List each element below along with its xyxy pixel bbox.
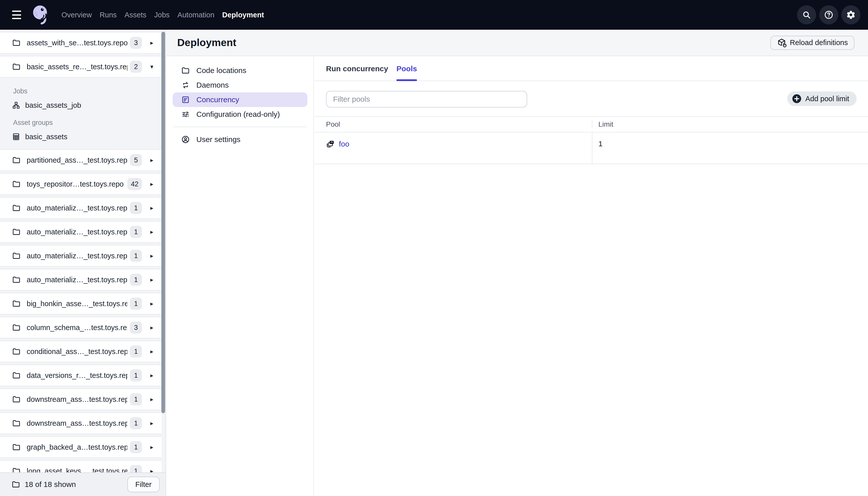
chevron-icon[interactable]: ▸ — [142, 324, 162, 331]
folder-icon — [12, 251, 21, 260]
add-pool-limit-label: Add pool limit — [805, 95, 849, 103]
chevron-icon[interactable]: ▸ — [142, 252, 162, 259]
code-location-row[interactable]: auto_materializ…_test.toys.repo 1 ▸ — [0, 245, 162, 267]
folder-icon — [181, 66, 190, 75]
subnav-item-daemons[interactable]: Daemons — [173, 78, 307, 92]
chevron-icon[interactable]: ▸ — [142, 372, 162, 379]
search-icon — [802, 10, 811, 19]
nav-assets[interactable]: Assets — [125, 11, 146, 19]
pools-toolbar: Add pool limit — [314, 81, 868, 116]
code-location-row[interactable]: big_honkin_asse…_test.toys.rep 1 ▸ — [0, 293, 162, 314]
code-location-row[interactable]: data_versions_r…_test.toys.rep 1 ▸ — [0, 365, 162, 386]
nav-deployment[interactable]: Deployment — [222, 11, 264, 19]
subnav-label: Code locations — [196, 66, 246, 75]
search-button[interactable] — [797, 5, 816, 25]
count-badge: 1 — [130, 345, 142, 358]
code-location-label: partitioned_ass…_test.toys.rep — [27, 156, 127, 165]
reload-cube-icon — [777, 38, 786, 48]
column-header-pool: Pool — [314, 120, 592, 128]
dagster-logo-icon[interactable] — [30, 4, 50, 26]
asset-group-name: basic_assets — [25, 133, 67, 141]
sidebar-item-asset-group[interactable]: basic_assets — [12, 130, 165, 143]
primary-nav: Overview Runs Assets Jobs Automation Dep… — [61, 11, 264, 19]
code-location-row[interactable]: toys_repositor…test.toys.repo 42 ▸ — [0, 173, 162, 195]
chevron-icon[interactable]: ▸ — [142, 276, 162, 283]
subnav-item-configuration[interactable]: Configuration (read-only) — [173, 107, 307, 122]
page-header: Deployment Reload definitions — [167, 30, 868, 56]
code-location-label: data_versions_r…_test.toys.rep — [27, 371, 127, 380]
sidebar-item-job[interactable]: basic_assets_job — [12, 99, 165, 112]
code-location-row[interactable]: graph_backed_a…test.toys.repo 1 ▸ — [0, 436, 162, 458]
shown-summary: 18 of 18 shown — [12, 480, 76, 489]
count-badge: 1 — [130, 369, 142, 382]
code-location-row[interactable]: assets_with_se…test.toys.repo 3 ▸ — [0, 32, 162, 53]
add-pool-limit-button[interactable]: Add pool limit — [787, 91, 857, 106]
job-name: basic_assets_job — [25, 101, 81, 110]
tab-run-concurrency[interactable]: Run concurrency — [326, 57, 388, 81]
code-location-row[interactable]: partitioned_ass…_test.toys.rep 5 ▸ — [0, 149, 162, 171]
chevron-icon[interactable]: ▸ — [142, 444, 162, 451]
code-location-row[interactable]: downstream_ass…test.toys.rep 1 ▸ — [0, 413, 162, 434]
code-location-label: downstream_ass…test.toys.rep — [27, 395, 127, 404]
swap-icon — [181, 81, 190, 89]
pool-limit-value: 1 — [592, 133, 868, 164]
sidebar-scrollbar[interactable] — [161, 32, 165, 413]
code-location-row[interactable]: auto_materializ…_test.toys.repo 1 ▸ — [0, 269, 162, 291]
code-location-row[interactable]: basic_assets_re…_test.toys.rep 2 ▾ — [0, 56, 162, 78]
chevron-icon[interactable]: ▸ — [142, 396, 162, 403]
asset-groups-section-label: Asset groups — [13, 119, 165, 127]
chevron-icon[interactable]: ▾ — [142, 63, 162, 70]
chevron-icon[interactable]: ▸ — [142, 39, 162, 46]
pool-link-foo[interactable]: foo — [326, 139, 349, 149]
folder-icon — [12, 371, 21, 380]
pool-name: foo — [339, 140, 349, 148]
subnav-label: User settings — [196, 135, 240, 144]
folder-icon — [12, 347, 21, 356]
subnav-item-user-settings[interactable]: User settings — [173, 132, 307, 147]
chevron-icon[interactable]: ▸ — [142, 204, 162, 212]
subnav-divider — [173, 127, 307, 127]
nav-runs[interactable]: Runs — [100, 11, 117, 19]
code-location-label: assets_with_se…test.toys.repo — [27, 39, 127, 47]
pool-icon — [326, 139, 335, 149]
filter-pools-input[interactable] — [326, 91, 527, 108]
folder-icon — [12, 299, 21, 308]
folder-icon — [12, 419, 21, 428]
page-title: Deployment — [177, 37, 236, 49]
code-location-label: conditional_ass…_test.toys.repo — [27, 347, 127, 356]
code-location-row[interactable]: auto_materializ…_test.toys.repo 1 ▸ — [0, 221, 162, 243]
folder-icon — [12, 276, 21, 284]
nav-jobs[interactable]: Jobs — [154, 11, 170, 19]
chevron-icon[interactable]: ▸ — [142, 420, 162, 427]
chevron-icon[interactable]: ▸ — [142, 348, 162, 355]
subnav-item-code-locations[interactable]: Code locations — [173, 63, 307, 78]
chevron-icon[interactable]: ▸ — [142, 181, 162, 188]
gear-icon — [846, 10, 856, 20]
chevron-icon[interactable]: ▸ — [142, 228, 162, 235]
settings-button[interactable] — [841, 5, 861, 25]
count-badge: 1 — [130, 393, 142, 405]
code-location-row[interactable]: conditional_ass…_test.toys.repo 1 ▸ — [0, 341, 162, 362]
code-location-row[interactable]: downstream_ass…test.toys.rep 1 ▸ — [0, 388, 162, 410]
reload-definitions-button[interactable]: Reload definitions — [770, 36, 854, 50]
sidebar-filter-button[interactable]: Filter — [127, 477, 160, 492]
nav-overview[interactable]: Overview — [61, 11, 92, 19]
pools-table-header: Pool Limit — [314, 117, 868, 133]
code-location-row[interactable]: column_schema_…test.toys.rep 3 ▸ — [0, 317, 162, 338]
code-location-row[interactable]: auto_materializ…_test.toys.repo 1 ▸ — [0, 197, 162, 219]
subnav-item-concurrency[interactable]: Concurrency — [173, 92, 307, 107]
sidebar-footer: 18 of 18 shown Filter — [0, 472, 165, 496]
chevron-icon[interactable]: ▸ — [142, 300, 162, 307]
count-badge: 42 — [127, 178, 142, 190]
chevron-icon[interactable]: ▸ — [142, 157, 162, 164]
code-location-label: column_schema_…test.toys.rep — [27, 324, 127, 332]
help-button[interactable] — [819, 5, 838, 25]
tab-pools[interactable]: Pools — [396, 57, 417, 81]
concurrency-panel: Run concurrency Pools Add pool limit Poo… — [314, 57, 868, 496]
folder-icon — [12, 323, 21, 332]
expanded-repo-section: Jobs basic_assets_job Asset groups basic… — [0, 80, 165, 149]
reload-definitions-label: Reload definitions — [790, 38, 848, 47]
nav-automation[interactable]: Automation — [177, 11, 215, 19]
menu-icon[interactable] — [12, 11, 23, 19]
code-location-label: big_honkin_asse…_test.toys.rep — [27, 300, 127, 308]
